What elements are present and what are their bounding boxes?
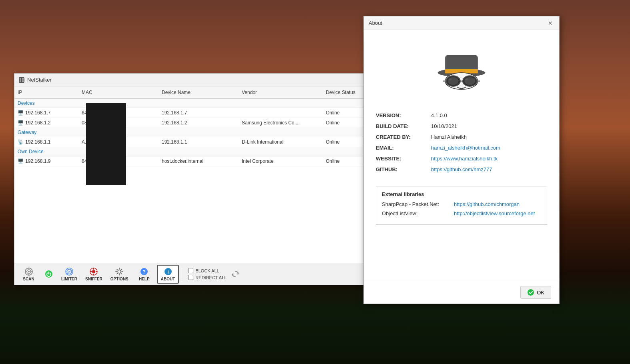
sniffer-icon: [89, 267, 98, 276]
section-gateway: Gateway: [14, 128, 364, 137]
table-row[interactable]: 🖥️ 192.168.1.9 84... host.docker.interna…: [14, 156, 364, 166]
cell-vendor: D-Link International: [239, 137, 323, 147]
toolbar: SCAN LIMITER: [14, 263, 364, 285]
svg-rect-3: [20, 80, 21, 82]
library-link[interactable]: https://github.com/chmorgan: [454, 201, 520, 207]
dialog-title: About: [369, 20, 382, 26]
limiter-button[interactable]: LIMITER: [58, 266, 80, 283]
svg-point-38: [465, 78, 468, 80]
table-row[interactable]: 🖥️ 192.168.1.2 08... 192.168.1.2 Samsung…: [14, 118, 364, 128]
created-by-label: CREATED BY:: [376, 134, 428, 140]
dialog-close-button[interactable]: ✕: [546, 19, 554, 27]
svg-rect-1: [20, 78, 21, 80]
cell-vendor: Intel Corporate: [239, 156, 323, 166]
svg-text:?: ?: [142, 269, 146, 275]
about-button[interactable]: i ABOUT: [157, 265, 179, 284]
cell-status: Online: [323, 108, 364, 118]
cell-status: Online: [323, 137, 364, 147]
section-devices: Devices: [14, 99, 364, 108]
cell-ip: 📡 192.168.1.1: [14, 137, 78, 147]
dialog-titlebar: About ✕: [364, 16, 559, 30]
cell-device-name: 192.168.1.1: [159, 137, 239, 147]
redirect-all-checkbox[interactable]: [188, 275, 193, 280]
email-link[interactable]: hamzi_alsheikh@hotmail.com: [431, 145, 547, 151]
options-button[interactable]: OPTIONS: [107, 266, 132, 283]
col-device-name: Device Name: [159, 88, 239, 97]
github-link[interactable]: https://github.com/hmz777: [431, 166, 547, 172]
website-link[interactable]: https://www.hamzialsheikh.tk: [431, 156, 547, 162]
library-row: ObjectListView: http://objectlistview.so…: [382, 210, 541, 216]
cell-vendor: Samsung Electronics Co....: [239, 118, 323, 128]
library-name: SharpPcap - Packet.Net:: [382, 201, 450, 207]
svg-point-21: [118, 270, 121, 273]
logo-area: [376, 38, 547, 102]
help-button[interactable]: ? HELP: [133, 266, 155, 283]
svg-point-37: [449, 78, 451, 80]
created-by-value: Hamzi Alsheikh: [431, 134, 547, 140]
netstalker-window: NetStalker IP MAC Device Name Vendor Dev…: [14, 73, 364, 285]
block-all-label[interactable]: BLOCK ALL: [188, 268, 227, 273]
svg-point-33: [464, 77, 475, 85]
section-own-device: Own Device: [14, 147, 364, 156]
version-label: VERSION:: [376, 112, 428, 118]
scan-icon: [24, 267, 33, 276]
stop-button[interactable]: [41, 268, 56, 280]
ext-libraries-title: External libraries: [382, 191, 541, 197]
spy-logo: [431, 46, 492, 98]
block-all-checkbox[interactable]: [188, 268, 193, 273]
build-date-value: 10/10/2021: [431, 123, 547, 129]
github-label: GITHUB:: [376, 166, 428, 172]
help-label: HELP: [139, 277, 150, 281]
black-overlay: [86, 103, 126, 185]
limiter-label: LIMITER: [61, 277, 77, 281]
email-label: EMAIL:: [376, 145, 428, 151]
cell-ip: 🖥️ 192.168.1.7: [14, 108, 78, 118]
cell-vendor: [239, 111, 323, 115]
svg-point-16: [92, 270, 95, 273]
device-icon: 🖥️: [18, 158, 24, 164]
version-value: 4.1.0.0: [431, 112, 547, 118]
library-link[interactable]: http://objectlistview.sourceforge.net: [454, 210, 535, 216]
ok-button[interactable]: OK: [520, 286, 551, 299]
window-titlebar: NetStalker: [14, 74, 364, 86]
about-dialog: About ✕: [363, 16, 560, 304]
about-label: ABOUT: [161, 277, 175, 281]
cell-status: Online: [323, 118, 364, 128]
build-date-label: BUILD DATE:: [376, 123, 428, 129]
info-grid: VERSION: 4.1.0.0 BUILD DATE: 10/10/2021 …: [376, 108, 547, 176]
cell-ip: 🖥️ 192.168.1.9: [14, 156, 78, 166]
redirect-all-label[interactable]: REDIRECT ALL: [188, 275, 227, 280]
toolbar-checkboxes: BLOCK ALL REDIRECT ALL: [188, 268, 227, 280]
cell-device-name: host.docker.internal: [159, 156, 239, 166]
external-libraries: External libraries SharpPcap - Packet.Ne…: [376, 186, 547, 225]
ok-checkmark-icon: [527, 289, 534, 296]
col-vendor: Vendor: [239, 88, 323, 97]
help-icon: ?: [140, 267, 148, 276]
app-icon: [18, 77, 25, 83]
refresh-button[interactable]: [230, 268, 241, 280]
app-title: NetStalker: [27, 77, 52, 83]
options-icon: [115, 267, 124, 276]
dialog-footer: OK: [364, 281, 559, 304]
svg-point-39: [528, 289, 534, 296]
svg-point-31: [448, 77, 459, 85]
svg-rect-2: [22, 78, 24, 80]
svg-text:i: i: [167, 269, 169, 275]
cell-device-name: 192.168.1.2: [159, 118, 239, 128]
col-mac: MAC: [78, 88, 159, 97]
separator: [182, 267, 182, 281]
refresh-icon: [231, 270, 240, 278]
library-row: SharpPcap - Packet.Net: https://github.c…: [382, 201, 541, 207]
sniffer-label: SNIFFER: [85, 277, 102, 281]
table-row[interactable]: 📡 192.168.1.1 A... 192.168.1.1 D-Link In…: [14, 137, 364, 147]
sniffer-button[interactable]: SNIFFER: [82, 266, 106, 283]
limiter-icon: [65, 267, 74, 276]
scan-label: SCAN: [23, 277, 34, 281]
options-label: OPTIONS: [110, 277, 128, 281]
table-row[interactable]: 🖥️ 192.168.1.7 64... 192.168.1.7 Online: [14, 108, 364, 118]
svg-point-11: [28, 271, 30, 272]
cell-ip: 🖥️ 192.168.1.2: [14, 118, 78, 128]
scan-button[interactable]: SCAN: [18, 266, 40, 283]
device-icon: 🖥️: [18, 110, 24, 116]
library-name: ObjectListView:: [382, 210, 450, 216]
